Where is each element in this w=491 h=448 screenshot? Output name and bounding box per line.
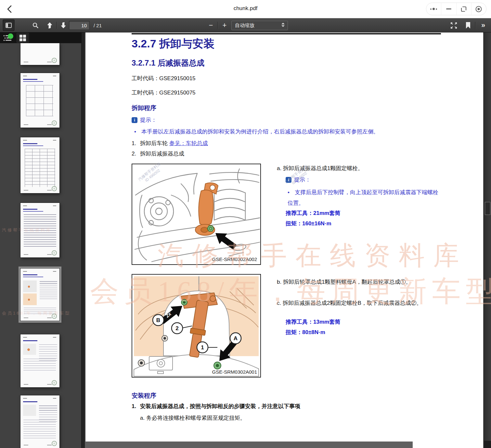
outline-view-button[interactable]	[2, 33, 14, 43]
horizontal-scrollbar-thumb[interactable]	[85, 442, 413, 448]
more-options-button[interactable]	[426, 3, 441, 15]
substep-b: b. 拆卸后轮罩总成1颗塑料螺母A，翻起后轮罩总成①。	[277, 276, 446, 288]
section-heading: 3.2.7 拆卸与安装	[132, 36, 214, 51]
figure-shock-lower-bolt: GSE-SRM0302A002	[132, 164, 261, 265]
page-number-input[interactable]	[69, 21, 90, 30]
callout-label: B	[156, 317, 160, 323]
thumbnails-view-button[interactable]	[17, 33, 29, 43]
step-2: 2.拆卸后减振器总成	[132, 150, 184, 157]
search-icon	[32, 22, 39, 29]
thumbnail-preview	[22, 205, 58, 256]
minimize-button[interactable]	[441, 3, 456, 15]
suspension-diagram: GSE-SRM0302A002	[132, 164, 260, 264]
step-text: 安装后减振器总成，按照与拆卸相反的步骤安装，并注意以下事项	[140, 403, 300, 409]
status-green-dot	[8, 33, 13, 39]
page-thumbnail[interactable]	[20, 334, 59, 387]
page-up-icon	[46, 22, 53, 29]
bullet-dot: •	[134, 129, 141, 135]
search-button[interactable]	[30, 19, 41, 31]
thumbnail-preview	[22, 139, 58, 192]
labor-code-2: 工时代码：GSE29150075	[132, 89, 196, 96]
zoom-level-select[interactable]: 自动缩放	[231, 21, 288, 30]
zoom-out-button[interactable]: −	[205, 19, 216, 31]
step-number: 2.	[132, 151, 140, 157]
tip-label: 提示：	[140, 116, 157, 124]
select-arrows-icon	[281, 23, 285, 27]
callout-label: 1	[201, 344, 204, 351]
recommended-tool-2: 推荐工具：13mm套筒	[286, 318, 340, 326]
bullet-dot: •	[288, 187, 295, 198]
info-icon	[286, 177, 291, 183]
torque-spec-2: 扭矩：80±8N·m	[286, 329, 325, 336]
wheelhouse-diagram: 2x B 2 1 A GSE-SRM0302A001	[132, 275, 260, 377]
sidebar-toggle-button[interactable]	[3, 19, 15, 31]
zoom-in-button[interactable]: +	[219, 19, 230, 31]
vertical-scrollbar-thumb[interactable]	[485, 202, 490, 215]
bookmark-button[interactable]	[463, 19, 473, 31]
window-controls	[426, 3, 486, 15]
tip-text: 本手册以左后减振器总成的拆卸和安装为例进行介绍，右后减振器总成的拆卸和安装可参照…	[141, 129, 379, 135]
info-icon	[132, 117, 137, 123]
install-step-1: 1.安装后减振器总成，按照与拆卸相反的步骤安装，并注意以下事项	[132, 403, 300, 410]
tip-row: 提示：	[286, 176, 311, 183]
step-text: 拆卸后减振器总成	[140, 151, 184, 157]
thumbnail-preview	[22, 270, 58, 319]
subsection-heading: 3.2.7.1 后减振器总成	[132, 58, 204, 68]
page-thumbnail[interactable]	[20, 268, 59, 321]
header-rule	[132, 33, 441, 34]
step-1: 1.拆卸后车轮 参见：车轮总成	[132, 140, 208, 147]
sidebar-resizer[interactable]	[81, 32, 85, 448]
window-titlebar: chunk.pdf	[0, 0, 491, 18]
tip-row: 提示：	[132, 116, 157, 124]
page-thumbnail[interactable]	[20, 395, 59, 448]
zoom-level-value: 自动缩放	[235, 22, 254, 29]
page-thumbnail[interactable]	[20, 137, 59, 193]
callout-label: A	[234, 335, 238, 342]
figure-caption: GSE-SRM0302A002	[212, 256, 257, 262]
tip-bullet-2: •支撑后悬后下控制臂，向上顶起至可拆卸后减震器下端螺栓位置。	[288, 187, 444, 208]
thumbnail-sidebar: 汽修帮手在线资料库 会员168/年，每周更新车型	[0, 32, 81, 448]
thumbnail-preview	[22, 336, 58, 386]
thumbnails-grid-icon	[19, 35, 26, 41]
figure-caption: GSE-SRM0302A001	[212, 369, 257, 375]
document-title: chunk.pdf	[0, 5, 491, 12]
page-thumbnail[interactable]	[20, 43, 59, 65]
pdf-toolbar: / 21 − + 自动缩放 »	[0, 18, 491, 32]
next-page-button[interactable]	[58, 19, 69, 31]
presentation-mode-button[interactable]	[448, 19, 459, 31]
page-down-icon	[60, 22, 67, 29]
page-thumbnail[interactable]	[20, 203, 59, 257]
pdf-viewer-window: chunk.pdf	[0, 0, 491, 448]
sidebar-header	[0, 32, 81, 43]
page-count-label: / 21	[94, 23, 102, 28]
substep-a: a. 拆卸后减振器总成1颗固定螺栓。	[277, 165, 459, 172]
fullscreen-icon	[450, 22, 457, 29]
scrollbar-corner	[484, 441, 491, 448]
page-thumbnail[interactable]	[20, 73, 59, 128]
float-window-button[interactable]	[456, 3, 471, 15]
thumbnail-preview	[22, 45, 58, 63]
callout-label: 2	[175, 325, 178, 331]
thumbnail-list	[0, 43, 81, 448]
close-button[interactable]	[471, 3, 486, 15]
bookmark-icon	[466, 22, 471, 29]
thumbnail-preview	[22, 75, 58, 126]
secondary-toolbar-button[interactable]: »	[477, 19, 489, 31]
step-text: 拆卸后车轮	[140, 140, 169, 146]
removal-procedure-heading: 拆卸程序	[132, 104, 156, 112]
labor-code-1: 工时代码：GSE29150015	[132, 75, 196, 82]
install-procedure-heading: 安装程序	[132, 392, 156, 400]
pdf-page: 3.2.7 拆卸与安装 3.2.7.1 后减振器总成 工时代码：GSE29150…	[85, 32, 483, 448]
tip-text: 支撑后悬后下控制臂，向上顶起至可拆卸后减震器下端螺栓位置。	[288, 189, 438, 206]
more-dots-icon	[430, 8, 437, 10]
float-window-icon	[460, 6, 467, 12]
sidebar-toggle-icon	[6, 23, 12, 28]
step-number: 1.	[132, 140, 140, 147]
previous-page-button[interactable]	[44, 19, 55, 31]
recommended-tool-1: 推荐工具：21mm套筒	[286, 209, 340, 217]
substep-c: c. 拆卸后减振器总成2颗固定螺栓B，取下后减震器总成②。	[277, 297, 446, 309]
tip-bullet-1: •本手册以左后减振器总成的拆卸和安装为例进行介绍，右后减振器总成的拆卸和安装可参…	[134, 128, 491, 135]
tip-label: 提示：	[294, 176, 311, 183]
wheel-assembly-link[interactable]: 参见：车轮总成	[169, 140, 208, 146]
close-circle-icon	[475, 6, 482, 13]
